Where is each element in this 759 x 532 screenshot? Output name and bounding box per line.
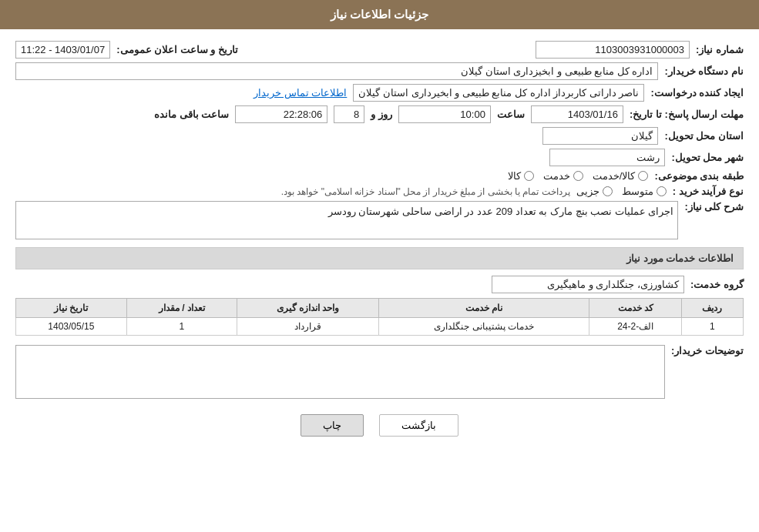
response-date: 1403/01/16	[531, 105, 623, 123]
city-label: شهر محل تحویل:	[671, 152, 744, 163]
category-radio-group: کالا/خدمت خدمت کالا	[508, 170, 649, 182]
purchase-type-radio-group: متوسط جزیی	[576, 186, 667, 197]
back-button[interactable]: بازگشت	[379, 414, 458, 437]
button-row: بازگشت چاپ	[15, 414, 744, 437]
service-group-value: کشاورزی، جنگلداری و ماهیگیری	[492, 276, 684, 293]
response-remaining: 22:28:06	[235, 105, 327, 123]
main-content: شماره نیاز: 1103003931000003 تاریخ و ساع…	[0, 29, 759, 456]
response-days-label: روز و	[371, 109, 392, 120]
col-rownum: ردیف	[681, 299, 743, 318]
city-value: رشت	[549, 149, 665, 166]
col-service-name: نام خدمت	[379, 299, 589, 318]
buyer-notes-label: توضیحات خریدار:	[671, 345, 744, 356]
buyer-org-value: اداره کل منابع طبیعی و ابخیزداری استان گ…	[15, 62, 658, 80]
response-deadline-row: مهلت ارسال پاسخ: تا تاریخ: 1403/01/16 سا…	[15, 105, 744, 123]
response-time: 10:00	[398, 105, 491, 123]
province-row: استان محل تحویل: گیلان	[15, 127, 744, 145]
purchase-type-jozii[interactable]: جزیی	[576, 186, 613, 197]
col-quantity: تعداد / مقدار	[126, 299, 237, 318]
response-deadline-label: مهلت ارسال پاسخ: تا تاریخ:	[630, 109, 744, 120]
purchase-type-row: نوع فرآیند خرید : متوسط جزیی پرداخت تمام…	[15, 186, 744, 197]
page-title: جزئیات اطلاعات نیاز	[331, 8, 428, 21]
creator-link[interactable]: اطلاعات تماس خریدار	[254, 87, 347, 99]
city-row: شهر محل تحویل: رشت	[15, 149, 744, 166]
province-label: استان محل تحویل:	[664, 130, 744, 142]
services-table-body: 1الف-2-24خدمات پشتیبانی جنگلداریقرارداد1…	[16, 318, 744, 336]
services-table-header: ردیف کد خدمت نام خدمت واحد اندازه گیری ت…	[16, 299, 744, 318]
col-unit: واحد اندازه گیری	[237, 299, 379, 318]
description-value: اجرای عملیات نصب بنچ مارک به تعداد 209 ع…	[15, 201, 678, 239]
description-label: شرح کلی نیاز:	[684, 201, 744, 212]
table-row: 1الف-2-24خدمات پشتیبانی جنگلداریقرارداد1…	[16, 318, 744, 336]
creator-label: ایجاد کننده درخواست:	[650, 87, 744, 99]
buyer-org-label: نام دستگاه خریدار:	[664, 65, 744, 77]
col-service-code: کد خدمت	[589, 299, 681, 318]
services-section-title: اطلاعات خدمات مورد نیاز	[15, 247, 744, 269]
print-button[interactable]: چاپ	[301, 414, 364, 437]
purchase-type-label: نوع فرآیند خرید :	[673, 186, 744, 197]
purchase-type-motavasset[interactable]: متوسط	[622, 186, 667, 197]
description-row: شرح کلی نیاز: اجرای عملیات نصب بنچ مارک …	[15, 201, 744, 239]
category-label: طبقه بندی موضوعی:	[654, 170, 744, 182]
page-wrapper: جزئیات اطلاعات نیاز شماره نیاز: 11030039…	[0, 0, 759, 532]
page-header: جزئیات اطلاعات نیاز	[0, 0, 759, 29]
need-number-row: شماره نیاز: 1103003931000003 تاریخ و ساع…	[15, 41, 744, 59]
creator-row: ایجاد کننده درخواست: ناصر داراتی کاربردا…	[15, 84, 744, 102]
response-remaining-label: ساعت باقی مانده	[154, 109, 229, 120]
response-time-label: ساعت	[497, 109, 525, 120]
province-value: گیلان	[542, 127, 658, 145]
buyer-org-row: نام دستگاه خریدار: اداره کل منابع طبیعی …	[15, 62, 744, 80]
buyer-notes-textarea[interactable]	[15, 345, 665, 399]
creator-value: ناصر داراتی کاربرداز اداره کل منابع طبیع…	[353, 84, 644, 102]
response-days: 8	[334, 105, 364, 123]
announce-date-label: تاریخ و ساعت اعلان عمومی:	[116, 44, 238, 55]
services-table: ردیف کد خدمت نام خدمت واحد اندازه گیری ت…	[15, 298, 744, 336]
buyer-notes-row: توضیحات خریدار:	[15, 345, 744, 399]
service-group-label: گروه خدمت:	[690, 279, 744, 290]
col-date: تاریخ نیاز	[16, 299, 127, 318]
category-option-kala-khedmat[interactable]: کالا/خدمت	[593, 170, 649, 182]
need-number-label: شماره نیاز:	[696, 44, 744, 55]
category-option-khedmat[interactable]: خدمت	[543, 170, 583, 182]
category-row: طبقه بندی موضوعی: کالا/خدمت خدمت کالا	[15, 170, 744, 182]
announce-date-value: 1403/01/07 - 11:22	[15, 41, 110, 59]
category-option-kala[interactable]: کالا	[508, 170, 534, 182]
need-number-value: 1103003931000003	[536, 41, 690, 59]
purchase-type-note: پرداخت تمام یا بخشی از مبلغ خریدار از مح…	[281, 186, 570, 197]
service-group-row: گروه خدمت: کشاورزی، جنگلداری و ماهیگیری	[15, 276, 744, 293]
